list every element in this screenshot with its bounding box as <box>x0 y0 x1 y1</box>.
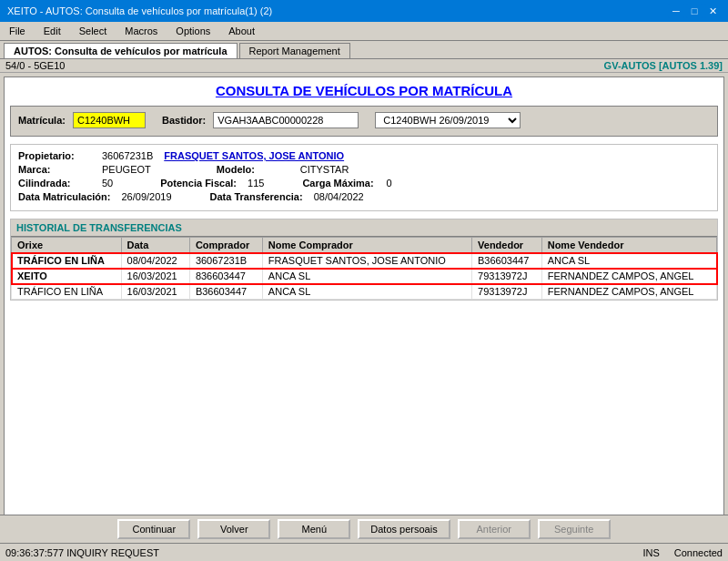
history-table: Orixe Data Comprador Nome Comprador Vend… <box>11 237 717 300</box>
carga-label: Carga Máxima: <box>302 178 375 189</box>
history-header: HISTORIAL DE TRANSFERENCIAS <box>11 219 717 237</box>
tab-bar: AUTOS: Consulta de vehículos por matrícu… <box>0 41 728 59</box>
data-matr-value: 26/09/2019 <box>121 191 171 202</box>
col-vendedor: Vendedor <box>472 238 542 253</box>
owner-row-propietario: Propietario: 36067231B FRASQUET SANTOS, … <box>18 150 710 161</box>
owner-row-cilindrada: Cilindrada: 50 Potencia Fiscal: 115 Carg… <box>18 178 710 189</box>
carga-value: 0 <box>386 178 391 189</box>
seguinte-button[interactable]: Seguinte <box>538 519 611 539</box>
volver-button[interactable]: Volver <box>197 519 270 539</box>
menu-edit[interactable]: Edit <box>38 24 66 38</box>
tab-report[interactable]: Report Management <box>239 43 350 58</box>
tab-autos[interactable]: AUTOS: Consulta de vehículos por matrícu… <box>4 43 238 58</box>
menu-button[interactable]: Menú <box>278 519 350 539</box>
bastidor-input[interactable] <box>213 112 359 128</box>
cilindrada-value: 50 <box>102 178 113 189</box>
owner-row-dates: Data Matriculación: 26/09/2019 Data Tran… <box>18 191 710 202</box>
status-line: 54/0 - 5GE10 GV-AUTOS [AUTOS 1.39] <box>0 59 728 73</box>
main-content: CONSULTA DE VEHÍCULOS POR MATRÍCULA Matr… <box>4 76 724 528</box>
potencia-label: Potencia Fiscal: <box>160 178 237 189</box>
data-trans-label: Data Transferencia: <box>210 191 303 202</box>
cilindrada-label: Cilindrada: <box>18 178 91 189</box>
col-orixe: Orixe <box>12 238 122 253</box>
menu-bar: File Edit Select Macros Options About <box>0 22 728 41</box>
anterior-button[interactable]: Anterior <box>458 519 531 539</box>
modelo-value: CITYSTAR <box>300 164 349 175</box>
menu-options[interactable]: Options <box>170 24 216 38</box>
status-right: GV-AUTOS [AUTOS 1.39] <box>604 60 723 71</box>
col-nome-comprador: Nome Comprador <box>262 238 471 253</box>
matricula-label: Matrícula: <box>18 115 66 126</box>
potencia-value: 115 <box>248 178 264 189</box>
form-row-matricula: Matrícula: Bastidor: C1240BWH 26/09/2019 <box>18 112 710 128</box>
datos-button[interactable]: Datos persoais <box>358 519 450 539</box>
menu-about[interactable]: About <box>223 24 260 38</box>
table-row[interactable]: TRÁFICO EN LIÑA08/04/202236067231BFRASQU… <box>12 253 717 269</box>
window-title: XEITO - AUTOS: Consulta de vehículos por… <box>7 5 272 16</box>
marca-value: PEUGEOT <box>102 164 151 175</box>
matricula-input[interactable] <box>73 112 146 128</box>
ins-indicator: INS <box>642 547 659 558</box>
close-button[interactable]: ✕ <box>704 4 721 18</box>
menu-macros[interactable]: Macros <box>119 24 163 38</box>
maximize-button[interactable]: □ <box>686 4 703 18</box>
menu-select[interactable]: Select <box>74 24 113 38</box>
propietario-name[interactable]: FRASQUET SANTOS, JOSE ANTONIO <box>164 150 344 161</box>
bottom-status-right: INS Connected <box>642 547 723 558</box>
bastidor-label: Bastidor: <box>162 115 206 126</box>
button-bar: Continuar Volver Menú Datos persoais Ant… <box>0 515 728 543</box>
bottom-status-left: 09:36:37:577 INQUIRY REQUEST <box>5 547 159 558</box>
continuar-button[interactable]: Continuar <box>117 519 190 539</box>
table-row[interactable]: TRÁFICO EN LIÑA16/03/2021B36603447ANCA S… <box>12 284 717 300</box>
window-controls: ─ □ ✕ <box>668 4 721 18</box>
title-bar: XEITO - AUTOS: Consulta de vehículos por… <box>0 0 728 22</box>
modelo-label: Modelo: <box>217 164 289 175</box>
status-left: 54/0 - 5GE10 <box>5 60 65 71</box>
marca-label: Marca: <box>18 164 91 175</box>
minimize-button[interactable]: ─ <box>668 4 684 18</box>
bottom-status-bar: 09:36:37:577 INQUIRY REQUEST INS Connect… <box>0 543 728 561</box>
col-data: Data <box>121 238 189 253</box>
table-header-row: Orixe Data Comprador Nome Comprador Vend… <box>12 238 717 253</box>
history-section: HISTORIAL DE TRANSFERENCIAS Orixe Data C… <box>10 219 718 301</box>
propietario-label: Propietario: <box>18 150 91 161</box>
connected-indicator: Connected <box>674 547 723 558</box>
col-comprador: Comprador <box>189 238 262 253</box>
menu-file[interactable]: File <box>4 24 31 38</box>
propietario-id: 36067231B <box>102 150 153 161</box>
data-trans-value: 08/04/2022 <box>314 191 364 202</box>
table-row[interactable]: XEITO16/03/2021836603447ANCA SL79313972J… <box>12 269 717 284</box>
col-nome-vendedor: Nome Vendedor <box>541 238 716 253</box>
data-matr-label: Data Matriculación: <box>18 191 110 202</box>
owner-row-marca: Marca: PEUGEOT Modelo: CITYSTAR <box>18 164 710 175</box>
page-title: CONSULTA DE VEHÍCULOS POR MATRÍCULA <box>10 83 718 98</box>
form-section: Matrícula: Bastidor: C1240BWH 26/09/2019 <box>10 106 718 137</box>
owner-section: Propietario: 36067231B FRASQUET SANTOS, … <box>10 144 718 211</box>
dropdown-matricula[interactable]: C1240BWH 26/09/2019 <box>375 112 521 128</box>
